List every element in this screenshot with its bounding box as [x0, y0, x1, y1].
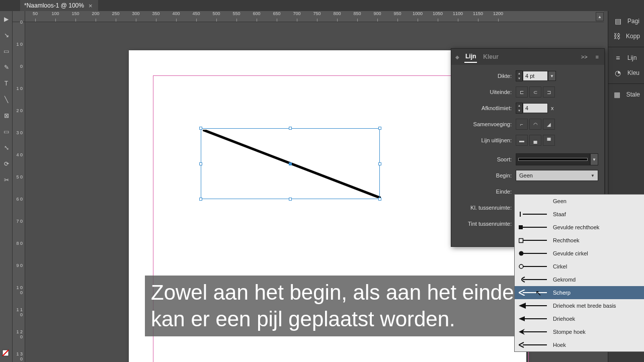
- ruler-tick: 650: [267, 11, 287, 22]
- join-round-icon[interactable]: ◠: [529, 119, 541, 130]
- resize-handle-mr[interactable]: [378, 162, 381, 165]
- resize-handle-tl[interactable]: [199, 127, 202, 130]
- arrow-option-angle[interactable]: Hoek: [515, 338, 644, 351]
- arrowhead-preview-icon: [519, 329, 549, 335]
- join-bevel-icon[interactable]: ◢: [543, 119, 555, 130]
- type-tool[interactable]: T: [0, 75, 13, 92]
- collapse-icon[interactable]: >>: [580, 54, 589, 60]
- dock-item-color[interactable]: ◔Kleu: [608, 65, 644, 80]
- arrow-option-label: Cirkel: [553, 263, 567, 269]
- resize-handle-tr[interactable]: [378, 127, 381, 130]
- afknotlimiet-stepper[interactable]: ▲▼: [516, 103, 523, 114]
- rectangle-tool[interactable]: ▭: [0, 124, 13, 140]
- dock-item-label: Stale: [626, 91, 640, 98]
- arrow-option-sharp[interactable]: Scherp: [515, 286, 644, 299]
- cap-butt-icon[interactable]: ⊏: [516, 86, 528, 98]
- cap-round-icon[interactable]: ⊂: [529, 86, 541, 98]
- align-center-icon[interactable]: ▬: [516, 135, 528, 146]
- arrow-option-label: Gevulde cirkel: [553, 250, 588, 256]
- shear-tool[interactable]: ⤡: [0, 140, 13, 156]
- vertical-ruler[interactable]: 01 001 02 03 04 05 06 07 08 09 01 0 01 1…: [13, 22, 25, 362]
- soort-dropdown-arrow[interactable]: ▼: [590, 153, 598, 165]
- direct-selection-tool[interactable]: ↘: [0, 27, 13, 43]
- scroll-up-button[interactable]: ▲: [596, 12, 604, 21]
- arrow-option-label: Stompe hoek: [553, 329, 586, 335]
- align-outside-icon[interactable]: ▀: [543, 135, 555, 146]
- tab-lijn[interactable]: Lijn: [464, 51, 477, 63]
- arrow-option-bar[interactable]: Staaf: [515, 208, 644, 221]
- arrow-option-triangle[interactable]: Driehoek: [515, 312, 644, 325]
- center-handle[interactable]: [289, 162, 292, 165]
- rectangle-frame-tool[interactable]: ⊠: [0, 108, 13, 124]
- arrow-option-square-filled[interactable]: Gevulde rechthoek: [515, 221, 644, 234]
- cap-projecting-icon[interactable]: ⊐: [543, 86, 555, 98]
- ruler-tick: 0: [13, 22, 25, 44]
- arrow-option-label: Rechthoek: [553, 237, 580, 243]
- close-icon[interactable]: ×: [87, 2, 94, 10]
- dock-item-swatches[interactable]: ▦Stale: [608, 87, 644, 102]
- ruler-tick: 7 0: [13, 221, 25, 243]
- dock-item-label: Pagi: [627, 18, 639, 25]
- resize-handle-bm[interactable]: [289, 198, 292, 201]
- color-icon: ◔: [612, 68, 623, 77]
- arrow-option-curved[interactable]: Gekromd: [515, 273, 644, 286]
- arrow-option-triangle-wide[interactable]: Driehoek met brede basis: [515, 299, 644, 312]
- tab-kleur[interactable]: Kleur: [482, 51, 500, 62]
- fill-stroke-swatch[interactable]: [0, 346, 13, 362]
- resize-handle-ml[interactable]: [199, 162, 202, 165]
- rotate-tool[interactable]: ⟳: [0, 156, 13, 172]
- selection-bounding-box[interactable]: [201, 128, 380, 199]
- ruler-tick: 1100: [448, 11, 468, 22]
- resize-handle-tm[interactable]: [289, 127, 292, 130]
- dock-item-stroke[interactable]: ≡Lijn: [608, 50, 644, 65]
- ruler-tick: 850: [347, 11, 367, 22]
- dikte-stepper[interactable]: ▲▼: [516, 70, 523, 81]
- arrow-option-circle-filled[interactable]: Gevulde cirkel: [515, 247, 644, 260]
- arrow-option-circle-outline[interactable]: Cirkel: [515, 260, 644, 273]
- scissors-tool[interactable]: ✂: [0, 172, 13, 188]
- line-tool[interactable]: ╲: [0, 92, 13, 108]
- soort-dropdown[interactable]: [516, 153, 590, 165]
- page-tool[interactable]: ▭: [0, 43, 13, 59]
- resize-handle-bl[interactable]: [199, 198, 202, 201]
- document-tab[interactable]: *Naamloos-1 @ 100% ×: [20, 0, 98, 11]
- afknotlimiet-input[interactable]: [523, 103, 548, 113]
- dock-item-label: Lijn: [627, 54, 637, 61]
- arrow-option-label: Scherp: [553, 290, 571, 296]
- ruler-tick: 600: [247, 11, 267, 22]
- dock-item-pages[interactable]: ▤Pagi: [608, 14, 644, 29]
- ruler-tick: 1000: [408, 11, 428, 22]
- arrow-option-label: Hoek: [553, 342, 566, 348]
- selection-tool[interactable]: ▶: [0, 11, 13, 27]
- dock-item-label: Kleu: [627, 69, 639, 76]
- svg-point-11: [519, 264, 523, 268]
- arrow-option-none[interactable]: Geen: [515, 195, 644, 208]
- resize-handle-br[interactable]: [378, 198, 381, 201]
- panel-grip-icon[interactable]: ◆: [455, 54, 459, 60]
- panel-header[interactable]: ◆ Lijn Kleur >> ≡: [451, 49, 604, 65]
- panel-menu-icon[interactable]: ≡: [594, 54, 600, 60]
- dikte-input[interactable]: [523, 71, 548, 81]
- stroke-icon: ≡: [612, 53, 623, 62]
- chevron-down-icon: ▼: [591, 173, 595, 178]
- arrow-option-label: Gevulde rechthoek: [553, 224, 599, 230]
- join-miter-icon[interactable]: ⌐: [516, 119, 528, 130]
- pen-tool[interactable]: ✎: [0, 59, 13, 75]
- caption-overlay: Zowel aan het begin, als aan het einde k…: [145, 276, 527, 336]
- dock-item-links[interactable]: ⛓Kopp: [608, 29, 644, 44]
- arrow-option-blunt[interactable]: Stompe hoek: [515, 325, 644, 338]
- dikte-dropdown[interactable]: ▼: [548, 71, 556, 81]
- arrowhead-preview-icon: [519, 290, 549, 296]
- arrow-option-label: Geen: [553, 198, 567, 204]
- arrowhead-preview-icon: [519, 198, 549, 204]
- ruler-tick: 9 0: [13, 265, 25, 288]
- ruler-tick: 1200: [488, 11, 508, 22]
- horizontal-ruler[interactable]: 5010015020025030035040045050055060065070…: [25, 11, 604, 22]
- begin-dropdown[interactable]: Geen ▼: [516, 170, 598, 181]
- arrowhead-preview-icon: [519, 316, 549, 322]
- ruler-origin[interactable]: [13, 11, 25, 22]
- ruler-tick: 800: [327, 11, 347, 22]
- label-uitlijnen: Lijn uitlijnen:: [457, 137, 516, 143]
- align-inside-icon[interactable]: ▄: [529, 135, 541, 146]
- arrow-option-square-outline[interactable]: Rechthoek: [515, 234, 644, 247]
